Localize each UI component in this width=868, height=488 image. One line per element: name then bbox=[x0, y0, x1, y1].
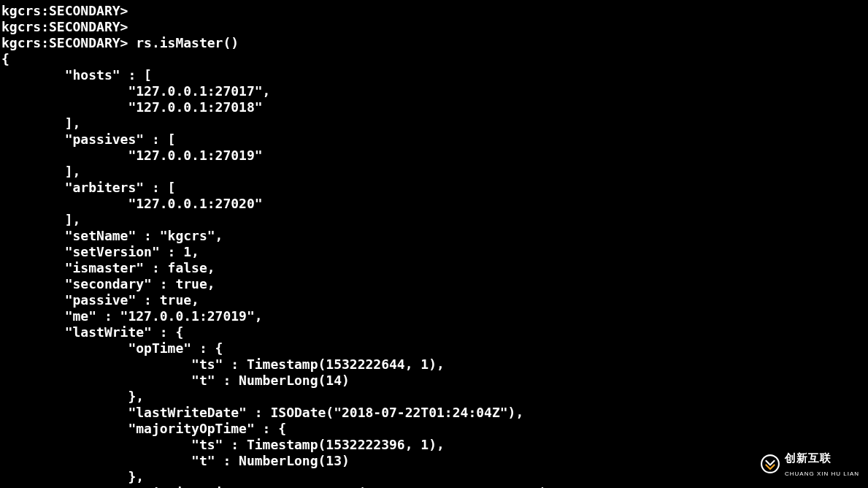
watermark-sub: CHUANG XIN HU LIAN bbox=[785, 466, 859, 482]
watermark-logo-icon bbox=[760, 454, 780, 479]
watermark-text: 创新互联 CHUANG XIN HU LIAN bbox=[785, 450, 859, 482]
terminal-output[interactable]: kgcrs:SECONDARY> kgcrs:SECONDARY> kgcrs:… bbox=[1, 3, 548, 488]
watermark: 创新互联 CHUANG XIN HU LIAN bbox=[760, 450, 859, 482]
watermark-main: 创新互联 bbox=[785, 451, 831, 464]
